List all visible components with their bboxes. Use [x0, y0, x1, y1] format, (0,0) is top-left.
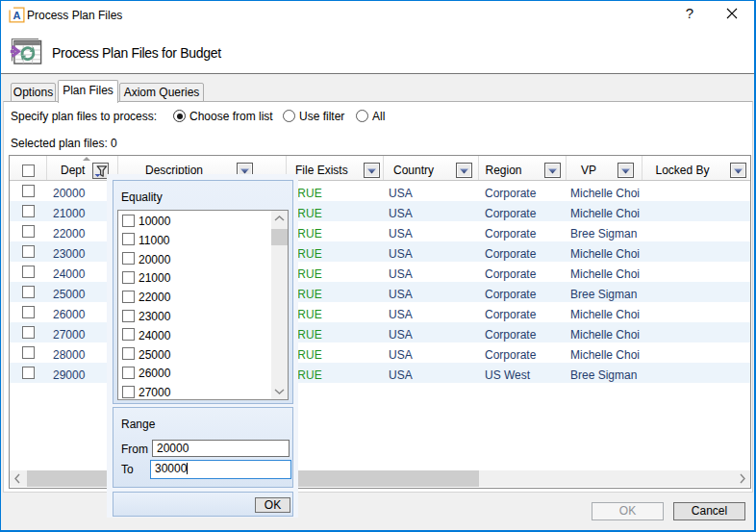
svg-text:A: A: [13, 10, 21, 21]
